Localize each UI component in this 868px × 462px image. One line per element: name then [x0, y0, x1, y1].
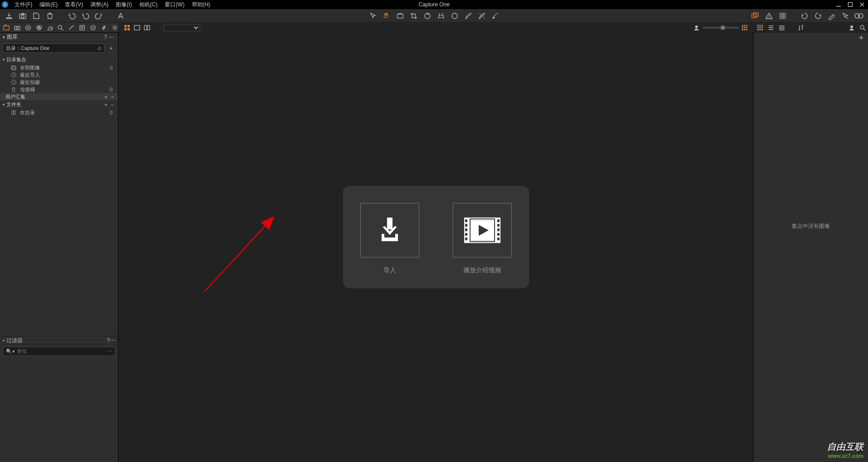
keystone-icon[interactable]	[436, 11, 446, 20]
zoom-select[interactable]	[164, 24, 200, 31]
group-folders[interactable]: ▾ 文件夹 ＋ −	[0, 100, 118, 109]
chevron-down-icon[interactable]: ▾	[3, 35, 5, 39]
remove-folder-icon[interactable]: −	[110, 102, 115, 108]
item-in-catalog[interactable]: 在目录 0	[0, 109, 118, 116]
menu-edit[interactable]: 编辑(E)	[36, 0, 61, 9]
welcome-intro-video-button[interactable]: 播放介绍视频	[453, 203, 512, 275]
svg-rect-54	[760, 25, 761, 26]
crop-icon[interactable]	[409, 11, 418, 20]
exposure-warning-icon[interactable]	[765, 11, 774, 20]
menu-camera[interactable]: 相机(C)	[136, 0, 162, 9]
view-single-icon[interactable]	[133, 24, 141, 32]
catalog-select[interactable]: 目录：Capture One ◇	[3, 44, 104, 53]
welcome-import-button[interactable]: 导入	[360, 203, 419, 275]
menu-window[interactable]: 窗口(W)	[161, 0, 188, 9]
edit-external-icon[interactable]	[827, 11, 836, 20]
redo-icon[interactable]	[94, 11, 103, 20]
svg-rect-37	[128, 25, 130, 27]
svg-rect-46	[746, 25, 747, 26]
hand-pan-icon[interactable]	[382, 11, 391, 20]
svg-rect-55	[761, 25, 763, 26]
svg-rect-81	[395, 234, 398, 238]
item-recent-imports[interactable]: 最近导入	[0, 71, 118, 79]
menu-help[interactable]: 帮助(H)	[188, 0, 214, 9]
item-all-images[interactable]: 全部图像 0	[0, 64, 118, 71]
tab-exposure-icon[interactable]	[46, 24, 54, 31]
search-input[interactable]: 🔍▾查找 ⋯	[3, 347, 115, 356]
tab-library-icon[interactable]	[3, 24, 10, 31]
copy-adjustments-icon[interactable]	[841, 11, 850, 20]
remove-icon[interactable]: −	[110, 94, 115, 99]
undo-icon[interactable]	[67, 11, 76, 20]
tab-metadata-icon[interactable]	[78, 24, 86, 31]
add-icon[interactable]: ＋	[102, 93, 110, 100]
annotate-icon[interactable]	[116, 11, 125, 20]
menu-file[interactable]: 文件(F)	[11, 0, 36, 9]
grid-toggle-icon[interactable]	[778, 11, 787, 20]
tab-lens-icon[interactable]	[25, 24, 32, 31]
browser-list-icon[interactable]	[767, 24, 775, 31]
minimize-button[interactable]	[835, 1, 842, 8]
browser-search-icon[interactable]	[859, 24, 866, 31]
thumbnails-small-icon[interactable]	[741, 25, 748, 31]
tab-details-icon[interactable]	[57, 24, 64, 31]
menu-image[interactable]: 图像(I)	[112, 0, 135, 9]
titlebar: i 文件(F) 编辑(E) 查看(V) 调整(A) 图像(I) 相机(C) 窗口…	[0, 0, 868, 9]
maximize-button[interactable]	[847, 1, 853, 8]
add-folder-icon[interactable]: ＋	[102, 101, 110, 108]
collapse-browser-icon[interactable]	[858, 34, 864, 41]
export-icon[interactable]	[32, 11, 41, 20]
menu-adjust[interactable]: 调整(A)	[87, 0, 112, 9]
more-icon[interactable]: ⋯	[108, 34, 115, 40]
loupe-icon[interactable]	[396, 11, 405, 20]
svg-rect-51	[744, 29, 745, 30]
redo2-icon[interactable]	[81, 11, 90, 20]
tab-output-icon[interactable]	[89, 24, 97, 31]
add-catalog-button[interactable]: ＋	[107, 44, 115, 52]
browser-sort-icon[interactable]	[797, 24, 804, 31]
rotate-left-icon[interactable]	[800, 11, 809, 20]
library-title: 图库	[7, 33, 103, 41]
spot-removal-icon[interactable]	[450, 11, 459, 20]
zoom-slider[interactable]	[702, 27, 739, 29]
tab-color-icon[interactable]	[35, 24, 43, 31]
browser-grid-icon[interactable]	[756, 24, 764, 31]
erase-mask-icon[interactable]	[477, 11, 486, 20]
before-after-icon[interactable]	[854, 11, 863, 20]
group-collections[interactable]: ▾ 目录集合	[0, 55, 118, 64]
view-multi-icon[interactable]	[143, 24, 151, 32]
menu-view[interactable]: 查看(V)	[61, 0, 87, 9]
help-icon[interactable]: ?	[103, 34, 108, 40]
more-icon[interactable]: ⋯	[110, 337, 115, 344]
view-grid-icon[interactable]	[123, 24, 131, 32]
rotate-right-icon[interactable]	[814, 11, 823, 20]
chevron-down-icon: ▾	[3, 58, 5, 62]
close-button[interactable]	[859, 1, 865, 8]
capture-icon[interactable]	[18, 11, 27, 20]
group-user-collections[interactable]: 用户汇集 ＋ −	[0, 93, 118, 100]
dropdown-icon: ◇	[98, 45, 101, 51]
tab-batch-icon[interactable]	[100, 24, 108, 31]
tab-capture-icon[interactable]	[14, 24, 21, 31]
item-recent-captures[interactable]: 最近拍摄	[0, 79, 118, 86]
trash-icon[interactable]	[45, 11, 54, 20]
welcome-card: 导入	[343, 186, 529, 288]
gradient-mask-icon[interactable]	[491, 11, 500, 20]
browser-user-icon[interactable]	[848, 24, 855, 31]
browser-filmstrip-icon[interactable]	[778, 24, 785, 31]
rotate-icon[interactable]	[423, 11, 432, 20]
svg-rect-59	[757, 29, 759, 30]
import-icon[interactable]	[5, 11, 14, 20]
search-more-icon[interactable]: ⋯	[107, 349, 112, 354]
item-trash[interactable]: 垃圾桶 0	[0, 86, 118, 93]
brush-mask-icon[interactable]	[464, 11, 473, 20]
variants-icon[interactable]	[751, 11, 760, 20]
help-icon[interactable]: ?	[107, 337, 110, 344]
user-proof-icon[interactable]	[693, 25, 700, 31]
svg-rect-86	[465, 219, 467, 222]
cursor-select-icon[interactable]	[368, 11, 378, 20]
tab-settings-icon[interactable]	[111, 24, 118, 31]
chevron-down-icon[interactable]: ▾	[3, 339, 5, 343]
tab-adjustments-icon[interactable]	[68, 24, 75, 31]
svg-point-12	[493, 17, 495, 19]
